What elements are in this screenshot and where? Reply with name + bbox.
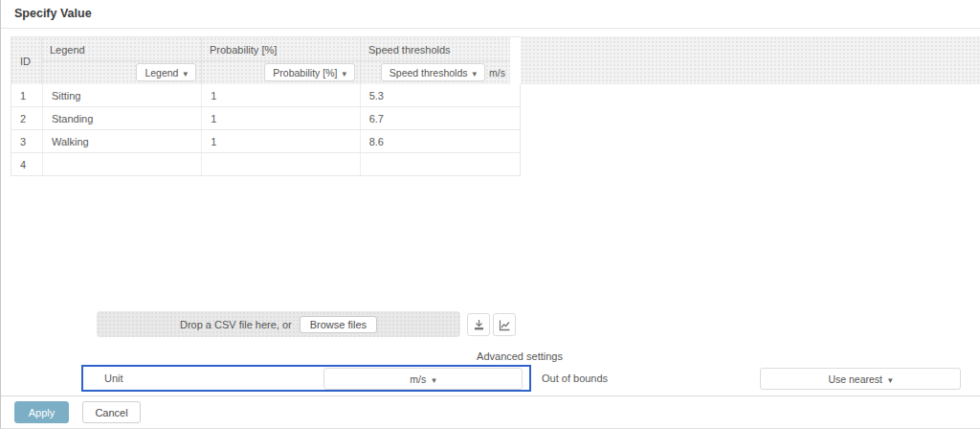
table-row: 2 Standing 1 6.7 <box>11 107 520 130</box>
advanced-settings-heading: Advanced settings <box>477 350 563 362</box>
out-of-bounds-select[interactable]: Use nearest <box>760 368 961 390</box>
apply-button[interactable]: Apply <box>14 401 69 423</box>
table-row: 3 Walking 1 8.6 <box>11 130 520 153</box>
row-id-cell: 2 <box>11 107 43 129</box>
caret-down-icon <box>183 67 188 79</box>
row-id-cell: 3 <box>11 130 43 152</box>
value-table: ID Legend Legend Probability [%] Probabi… <box>11 36 521 176</box>
browse-files-button[interactable]: Browse files <box>300 316 377 333</box>
row-id-cell: 1 <box>11 84 43 106</box>
legend-column-dropdown[interactable]: Legend <box>136 63 196 81</box>
drop-zone-text: Drop a CSV file here, or <box>180 319 292 330</box>
column-header-speed-thresholds: Speed thresholds Speed thresholds m/s <box>361 37 510 84</box>
column-label: Speed thresholds <box>361 37 510 61</box>
column-header-id: ID <box>11 37 42 84</box>
caret-down-icon <box>432 373 436 385</box>
table-header: ID Legend Legend Probability [%] Probabi… <box>11 36 521 84</box>
column-header-legend: Legend Legend <box>42 37 202 84</box>
table-row: 1 Sitting 1 5.3 <box>11 84 520 107</box>
specify-value-dialog: Specify Value ID Legend Legend Probabili… <box>0 0 980 429</box>
legend-cell[interactable]: Walking <box>43 130 202 152</box>
legend-cell[interactable]: Standing <box>43 107 202 129</box>
column-header-probability: Probability [%] Probability [%] <box>202 37 361 84</box>
footer-separator <box>1 395 980 396</box>
cancel-button[interactable]: Cancel <box>82 401 141 423</box>
probability-column-dropdown[interactable]: Probability [%] <box>264 63 355 81</box>
probability-cell[interactable]: 1 <box>202 107 360 129</box>
line-chart-icon <box>499 319 511 331</box>
legend-cell[interactable]: Sitting <box>43 84 202 106</box>
csv-drop-zone[interactable]: Drop a CSV file here, or Browse files <box>97 311 460 337</box>
probability-cell[interactable]: 1 <box>202 130 360 152</box>
column-label: Legend <box>42 37 201 61</box>
unit-select[interactable]: m/s <box>323 368 523 390</box>
probability-cell[interactable]: 1 <box>202 84 360 106</box>
probability-cell[interactable] <box>202 153 360 175</box>
speed-threshold-cell[interactable]: 6.7 <box>361 107 520 129</box>
caret-down-icon <box>888 373 893 385</box>
title-separator <box>1 28 980 29</box>
speed-unit-label: m/s <box>489 67 505 79</box>
caret-down-icon <box>473 67 478 79</box>
column-label: Probability [%] <box>202 37 360 61</box>
speed-thresholds-column-dropdown[interactable]: Speed thresholds <box>381 63 485 81</box>
table-header-filler-band <box>521 36 980 84</box>
speed-threshold-cell[interactable]: 8.6 <box>361 130 520 152</box>
legend-cell[interactable] <box>43 153 202 175</box>
speed-threshold-cell[interactable]: 5.3 <box>361 84 520 106</box>
download-icon <box>473 319 485 331</box>
out-of-bounds-label: Out of bounds <box>542 373 608 384</box>
row-id-cell: 4 <box>11 153 43 175</box>
table-body: 1 Sitting 1 5.3 2 Standing 1 6.7 3 Walki… <box>11 84 521 176</box>
header-scrollbar-filler <box>510 37 521 84</box>
table-row: 4 <box>11 153 520 176</box>
show-chart-button[interactable] <box>493 313 516 336</box>
speed-threshold-cell[interactable] <box>361 153 520 175</box>
caret-down-icon <box>342 67 346 79</box>
download-csv-button[interactable] <box>467 313 490 336</box>
page-title: Specify Value <box>14 7 92 20</box>
unit-label: Unit <box>104 373 123 384</box>
